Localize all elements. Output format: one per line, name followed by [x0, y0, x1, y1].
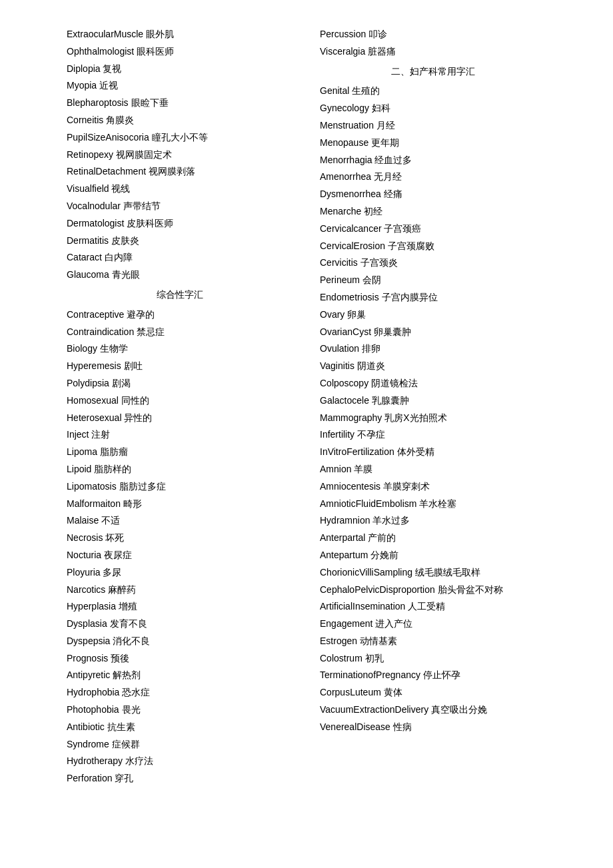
list-item: VacuumExtractionDelivery 真空吸出分娩 — [320, 702, 546, 718]
list-item: Photophobia 畏光 — [67, 702, 293, 718]
list-item: Gynecology 妇科 — [320, 101, 546, 117]
main-content: ExtraocularMuscle 眼外肌Ophthalmologist 眼科医… — [67, 27, 546, 787]
list-item: Vocalnodular 声带结节 — [67, 199, 293, 215]
list-item: Dermatologist 皮肤科医师 — [67, 216, 293, 232]
list-item: Menarche 初经 — [320, 204, 546, 220]
list-item: Dermatitis 皮肤炎 — [67, 233, 293, 249]
list-item: Inject 注射 — [67, 427, 293, 443]
list-item: Amenorrhea 无月经 — [320, 169, 546, 185]
list-item: Menorrhagia 经血过多 — [320, 153, 546, 169]
list-item: Cervicitis 子宫颈炎 — [320, 255, 546, 271]
list-item: CephaloPelvicDisproportion 胎头骨盆不对称 — [320, 582, 546, 598]
list-item: Vaginitis 阴道炎 — [320, 358, 546, 374]
list-item: Necrosis 坏死 — [67, 530, 293, 546]
list-item: Estrogen 动情基素 — [320, 634, 546, 650]
list-item: Ovary 卵巢 — [320, 307, 546, 323]
list-item: Syndrome 症候群 — [67, 737, 293, 753]
list-item: RetinalDetachment 视网膜剥落 — [67, 164, 293, 180]
list-item: Lipomatosis 脂肪过多症 — [67, 479, 293, 495]
list-item: Contraindication 禁忌症 — [67, 324, 293, 340]
list-item: Malformaiton 畸形 — [67, 496, 293, 512]
list-item: Diplopia 复视 — [67, 61, 293, 77]
list-item: Corneitis 角膜炎 — [67, 113, 293, 129]
list-item: Dysmenorrhea 经痛 — [320, 187, 546, 203]
list-item: ChorionicVilliSampling 绒毛膜绒毛取样 — [320, 565, 546, 581]
list-item: Biology 生物学 — [67, 341, 293, 357]
right-column: Percussion 叩诊Visceralgia 脏器痛二、妇产科常用字汇Gen… — [320, 27, 546, 787]
list-item: Narcotics 麻醉药 — [67, 582, 293, 598]
list-item: Engagement 进入产位 — [320, 616, 546, 632]
list-item: Perineum 会阴 — [320, 272, 546, 288]
list-item: Infertility 不孕症 — [320, 427, 546, 443]
list-item: ArtificialInsemination 人工受精 — [320, 599, 546, 615]
list-item: Percussion 叩诊 — [320, 27, 546, 43]
section-header: 综合性字汇 — [67, 287, 293, 303]
list-item: Genital 生殖的 — [320, 83, 546, 99]
list-item: Antepartum 分娩前 — [320, 548, 546, 564]
section-header: 二、妇产科常用字汇 — [320, 64, 546, 80]
list-item: AmnioticFluidEmbolism 羊水栓塞 — [320, 496, 546, 512]
list-item: Antipyretic 解热剂 — [67, 667, 293, 683]
list-item: InVitroFertilization 体外受精 — [320, 444, 546, 460]
list-item: CervicalErosion 子宫颈腐败 — [320, 238, 546, 254]
list-item: TerminationofPregnancy 停止怀孕 — [320, 667, 546, 683]
list-item: Nocturia 夜尿症 — [67, 548, 293, 564]
list-item: Lipoid 脂肪样的 — [67, 462, 293, 478]
list-item: Menstruation 月经 — [320, 118, 546, 134]
list-item: Retinopexy 视网膜固定术 — [67, 147, 293, 163]
list-item: Hyperemesis 剧吐 — [67, 358, 293, 374]
list-item: Cataract 白内障 — [67, 250, 293, 266]
list-item: Ovulation 排卵 — [320, 341, 546, 357]
list-item: Antibiotic 抗生素 — [67, 719, 293, 735]
list-item: Visceralgia 脏器痛 — [320, 44, 546, 60]
list-item: Hydrophobia 恐水症 — [67, 685, 293, 701]
list-item: Contraceptive 避孕的 — [67, 307, 293, 323]
list-item: Prognosis 预後 — [67, 651, 293, 667]
list-item: Hydramnion 羊水过多 — [320, 513, 546, 529]
list-item: Ployuria 多尿 — [67, 565, 293, 581]
list-item: Blepharoptosis 眼睑下垂 — [67, 95, 293, 111]
list-item: Heterosexual 异性的 — [67, 410, 293, 426]
list-item: Polydipsia 剧渴 — [67, 376, 293, 392]
list-item: Colostrum 初乳 — [320, 651, 546, 667]
list-item: Menopause 更年期 — [320, 135, 546, 151]
list-item: Malaise 不适 — [67, 513, 293, 529]
list-item: Amnion 羊膜 — [320, 462, 546, 478]
list-item: Hyperplasia 增殖 — [67, 599, 293, 615]
list-item: Dysplasia 发育不良 — [67, 616, 293, 632]
list-item: PupilSizeAnisocoria 瞳孔大小不等 — [67, 130, 293, 146]
list-item: Lipoma 脂肪瘤 — [67, 444, 293, 460]
list-item: Homosexual 同性的 — [67, 393, 293, 409]
list-item: Visualfield 视线 — [67, 181, 293, 197]
list-item: Cervicalcancer 子宫颈癌 — [320, 221, 546, 237]
left-column: ExtraocularMuscle 眼外肌Ophthalmologist 眼科医… — [67, 27, 293, 787]
list-item: Hydrotherapy 水疗法 — [67, 753, 293, 769]
list-item: Glaucoma 青光眼 — [67, 267, 293, 283]
list-item: ExtraocularMuscle 眼外肌 — [67, 27, 293, 43]
list-item: Galactocele 乳腺囊肿 — [320, 393, 546, 409]
list-item: Endometriosis 子宫内膜异位 — [320, 290, 546, 306]
list-item: Anterpartal 产前的 — [320, 530, 546, 546]
list-item: Ophthalmologist 眼科医师 — [67, 44, 293, 60]
list-item: VenerealDisease 性病 — [320, 719, 546, 735]
list-item: Perforation 穿孔 — [67, 771, 293, 787]
list-item: OvarianCyst 卵巢囊肿 — [320, 324, 546, 340]
list-item: Mammography 乳房X光拍照术 — [320, 410, 546, 426]
list-item: Amniocentesis 羊膜穿刺术 — [320, 479, 546, 495]
list-item: Colposcopy 阴道镜检法 — [320, 376, 546, 392]
list-item: Dyspepsia 消化不良 — [67, 634, 293, 650]
list-item: Myopia 近视 — [67, 78, 293, 94]
list-item: CorpusLuteum 黄体 — [320, 685, 546, 701]
